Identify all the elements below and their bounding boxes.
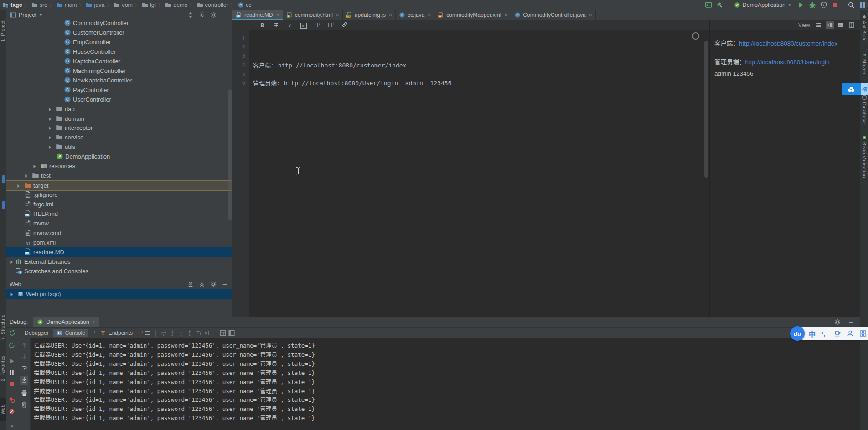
build-hammer-icon[interactable] (716, 1, 723, 9)
editor-scrollbar[interactable] (704, 41, 708, 178)
expand-arrow-icon[interactable] (47, 107, 52, 113)
tree-item-dao[interactable]: dao (6, 104, 232, 114)
project-tree-scrollbar[interactable] (228, 89, 232, 220)
md-header-down-button[interactable]: H↓ (314, 22, 321, 28)
ime-punctuation-mode[interactable]: °， (821, 329, 828, 338)
view-split-button[interactable] (826, 21, 834, 29)
expand-arrow-icon[interactable] (47, 144, 52, 151)
close-icon[interactable]: × (389, 12, 392, 18)
locate-icon[interactable] (187, 12, 194, 18)
tree-item-interceptor[interactable]: interceptor (6, 123, 232, 133)
preview-link[interactable]: http://localhost:8080/User/login (745, 59, 830, 66)
step-into-icon[interactable] (169, 329, 176, 337)
breadcrumb-item-java[interactable]: java (85, 2, 105, 8)
editor-code-area[interactable]: 客户端: http://localhost:8080/customer/inde… (249, 30, 709, 317)
close-icon[interactable]: × (589, 12, 592, 18)
menu-icon[interactable] (144, 329, 151, 337)
pin-tab-icon[interactable]: →* (137, 331, 143, 336)
debug-session-tab[interactable]: DemoApplication × (33, 317, 99, 327)
tree-item-scratches-and-consoles[interactable]: Scratches and Consoles (6, 266, 232, 276)
pop-frame-icon[interactable] (195, 329, 202, 337)
debug-tab-endpoints[interactable]: Endpoints (97, 329, 136, 337)
stop-button-icon[interactable] (832, 1, 839, 9)
breadcrumb-item-fxgc[interactable]: fxgc (2, 2, 23, 8)
trash-icon[interactable] (21, 401, 28, 408)
tree-item-mvnw-cmd[interactable]: mvnw.cmd (6, 228, 232, 238)
ime-account-icon[interactable] (847, 330, 854, 337)
expand-arrow-icon[interactable] (32, 164, 37, 170)
layout-icon[interactable] (228, 329, 235, 337)
gear-icon[interactable] (834, 319, 841, 325)
ime-logo[interactable]: du (790, 326, 805, 341)
calc-icon[interactable] (219, 329, 227, 337)
tree-item-usercontroller[interactable]: CUserController (6, 95, 232, 104)
step-out-icon[interactable] (186, 329, 193, 337)
editor-tab-cc-java[interactable]: Ccc.java× (396, 10, 434, 20)
pause-icon[interactable] (8, 369, 16, 376)
tree-item-help-md[interactable]: MDHELP.md (6, 209, 232, 219)
md-strikethrough-button[interactable]: T (273, 22, 280, 28)
console-output[interactable]: 拦截器USER: User{id=1, name='admin', passwo… (31, 338, 860, 430)
toolwindow-button----favorites[interactable]: 2: Favorites (0, 348, 6, 389)
editor-tab-commoditycontroller-java[interactable]: CCommodityController.java× (511, 10, 595, 20)
tree-item-kaptchacontroller[interactable]: CKaptchaController (6, 56, 232, 66)
md-header-up-button[interactable]: H↑ (327, 22, 335, 28)
close-icon[interactable]: × (504, 12, 507, 18)
view-image-button[interactable] (837, 21, 845, 29)
search-everywhere-icon[interactable] (847, 1, 855, 9)
md-bold-button[interactable]: B (259, 22, 266, 28)
run-cursor-icon[interactable] (203, 329, 211, 337)
debug-button-icon[interactable] (809, 1, 816, 9)
tree-item-housecontroller[interactable]: CHouseController (6, 47, 232, 56)
print-icon[interactable] (21, 389, 28, 397)
tree-item-service[interactable]: service (6, 133, 232, 142)
close-icon[interactable]: × (428, 12, 431, 18)
tree-item-test[interactable]: test (6, 171, 232, 180)
toolwindow-button-ant-build[interactable]: Ant Build (860, 14, 868, 49)
ime-menu-icon[interactable] (859, 330, 867, 337)
rerun-icon[interactable] (8, 342, 16, 349)
tree-item-target[interactable]: target (6, 180, 232, 191)
tree-item-paycontroller[interactable]: CPayController (6, 85, 232, 95)
close-icon[interactable]: × (336, 12, 339, 18)
project-panel-title[interactable]: Project (19, 12, 36, 18)
expand-arrow-icon[interactable] (47, 135, 52, 142)
tree-item-external-libraries[interactable]: External Libraries (6, 257, 232, 266)
close-icon[interactable]: × (92, 319, 95, 325)
expand-arrow-icon[interactable] (47, 125, 52, 132)
tree-item-pom-xml[interactable]: mpom.xml (6, 238, 232, 247)
tree-item-customercontroller[interactable]: CCustomerController (6, 28, 232, 37)
tree-item-resources[interactable]: resources (6, 161, 232, 171)
tree-item-demoapplication[interactable]: DemoApplication (6, 152, 232, 161)
minus-icon[interactable] (222, 281, 228, 287)
run-button-icon[interactable] (797, 1, 805, 9)
expand-all-icon[interactable] (187, 281, 194, 287)
rerun-icon[interactable] (9, 329, 16, 337)
breadcrumb-item-lgf[interactable]: lgf (141, 2, 156, 8)
editor-tab-commoditymapper-xml[interactable]: ‹›commodityMapper.xml× (434, 10, 511, 20)
down-icon[interactable] (21, 353, 28, 360)
step-over-icon[interactable] (160, 329, 167, 337)
minus-icon[interactable] (222, 12, 228, 18)
tree-item-web-in-fxgc[interactable]: Web (in fxgc) (6, 289, 232, 299)
tree-item-empcontroller[interactable]: CEmpController (6, 37, 232, 47)
expand-arrow-icon[interactable] (9, 292, 14, 298)
md-code-span-button[interactable]: m (300, 22, 307, 28)
tree-item-fxgc-iml[interactable]: fxgc.iml (6, 200, 232, 209)
toolwindow-button-maven[interactable]: mMaven (860, 52, 868, 84)
breadcrumb-item-controller[interactable]: controller (196, 2, 229, 8)
ime-skin-icon[interactable] (834, 330, 841, 337)
tree-item-domain[interactable]: domain (6, 114, 232, 123)
tree-item-newkaptchacontroller[interactable]: CNewKaptchaController (6, 76, 232, 85)
toolwindow-button----structure[interactable]: 7: Structure (0, 306, 6, 348)
breadcrumb-item-src[interactable]: src (31, 2, 48, 8)
force-step-icon[interactable] (177, 329, 185, 337)
project-structure-icon[interactable] (859, 1, 866, 9)
minus-icon[interactable] (848, 319, 854, 325)
md-italic-button[interactable]: I (286, 22, 294, 28)
tree-item-machiningcontroller[interactable]: CMachiningController (6, 66, 232, 76)
breadcrumb-item-com[interactable]: com (113, 2, 133, 8)
baidu-netdisk-widget[interactable]: 拖 (842, 83, 868, 95)
tree-item-utils[interactable]: utils (6, 142, 232, 152)
more-actions-button[interactable]: » (10, 423, 13, 429)
